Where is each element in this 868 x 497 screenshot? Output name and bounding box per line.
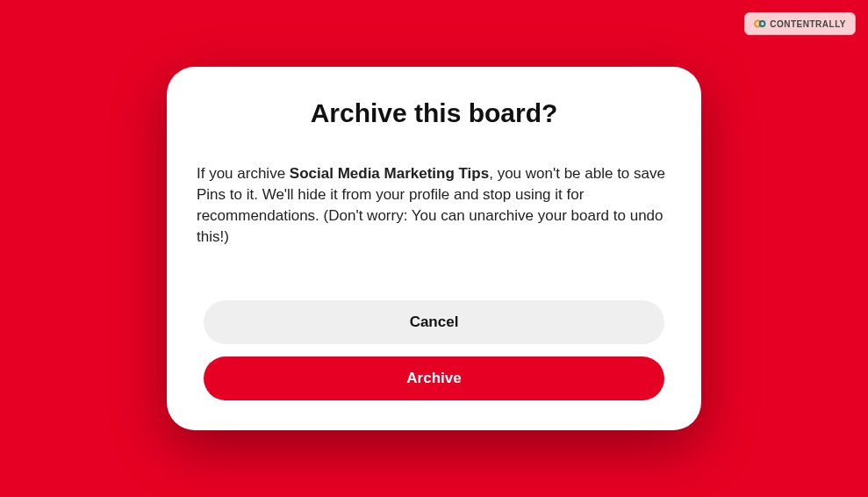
modal-description: If you archive Social Media Marketing Ti… xyxy=(195,163,673,247)
watermark-label: CONTENTRALLY xyxy=(770,19,846,29)
button-group: Cancel Archive xyxy=(195,300,673,400)
watermark-badge: CONTENTRALLY xyxy=(744,12,856,35)
archive-board-modal: Archive this board? If you archive Socia… xyxy=(167,67,701,429)
contentrally-logo-icon xyxy=(754,18,766,30)
modal-title: Archive this board? xyxy=(195,98,673,128)
board-name: Social Media Marketing Tips xyxy=(290,165,489,182)
modal-body-before: If you archive xyxy=(197,165,290,182)
archive-button[interactable]: Archive xyxy=(204,357,664,400)
cancel-button[interactable]: Cancel xyxy=(204,300,664,344)
